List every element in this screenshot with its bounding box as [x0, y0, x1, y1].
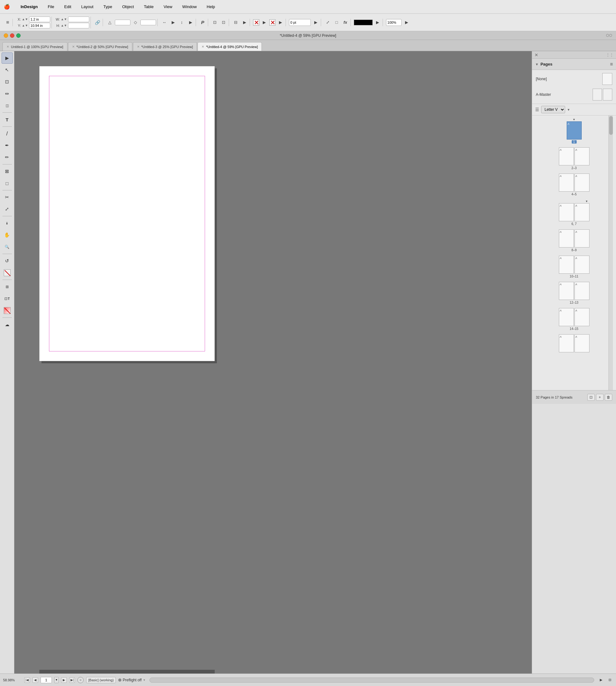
tab-untitled2[interactable]: ✕ *Untitled-2 @ 50% [GPU Preview]: [68, 42, 132, 51]
page-thumb-10[interactable]: A: [559, 256, 574, 274]
menu-help[interactable]: Help: [205, 4, 217, 10]
menu-table[interactable]: Table: [142, 4, 155, 10]
spread-size-select[interactable]: Letter V Letter H A4: [541, 106, 565, 113]
last-page-btn[interactable]: ▶|: [69, 677, 75, 683]
page-thumb-17[interactable]: A: [574, 334, 590, 352]
pages-grid[interactable]: ▼ A 1 A A: [532, 115, 616, 390]
canvas-area[interactable]: [14, 51, 532, 673]
spread-menu-icon[interactable]: ☰: [535, 107, 539, 112]
fx-icon[interactable]: fx: [342, 19, 349, 26]
stroke-weight-input[interactable]: [289, 19, 311, 26]
page-thumb-3[interactable]: A: [574, 147, 590, 165]
angle-input[interactable]: [115, 20, 130, 25]
page-thumb-4[interactable]: A: [559, 174, 574, 192]
menu-type[interactable]: Type: [102, 4, 114, 10]
page-thumb-7[interactable]: A: [574, 203, 590, 221]
zoom-tool-btn[interactable]: 🔍: [2, 241, 13, 252]
master-thumb-right[interactable]: [603, 89, 612, 101]
extra-tool-btn[interactable]: [2, 305, 13, 316]
panel-collapse-icon[interactable]: ▼: [535, 62, 538, 66]
menu-edit[interactable]: Edit: [62, 4, 73, 10]
page-thumb-11[interactable]: A: [574, 256, 590, 274]
grid-icon[interactable]: ⊞: [4, 19, 11, 26]
menu-layout[interactable]: Layout: [79, 4, 95, 10]
page-thumb-14[interactable]: A: [559, 308, 574, 326]
arrow-right2-icon[interactable]: ▶: [187, 19, 194, 26]
panel-toggle-right2[interactable]: ⊟: [607, 677, 613, 683]
select-tool-btn[interactable]: ▶: [2, 52, 13, 64]
tab-close-untitled4[interactable]: ✕: [202, 45, 204, 48]
panel-toggle-right[interactable]: ▶: [598, 677, 604, 683]
panel-drag-icon[interactable]: ✕: [534, 52, 538, 58]
distribute-icon[interactable]: ⊟: [232, 19, 240, 26]
delete-page-button[interactable]: 🗑: [605, 394, 612, 401]
align-left-icon[interactable]: ⊡: [211, 19, 219, 26]
rotate-angle-icon[interactable]: △: [106, 19, 114, 26]
cloud-tool-btn[interactable]: ☁: [2, 319, 13, 330]
page-thumb-13[interactable]: A: [574, 282, 590, 300]
page-thumb-8[interactable]: A: [559, 229, 574, 247]
color-swatch[interactable]: [354, 20, 373, 25]
rect-tool-btn[interactable]: □: [2, 178, 13, 189]
type-tool-btn[interactable]: T: [2, 114, 13, 125]
next-page-btn[interactable]: ▶: [61, 677, 67, 683]
menu-view[interactable]: View: [162, 4, 174, 10]
swatch-arrow-icon[interactable]: ▶: [374, 19, 381, 26]
zoom-button[interactable]: [16, 34, 21, 38]
arrow-down-icon[interactable]: ▶: [241, 19, 248, 26]
page-thumb-6[interactable]: A: [559, 203, 574, 221]
p-button[interactable]: P: [199, 19, 206, 26]
hand-tool-btn[interactable]: ✋: [2, 229, 13, 241]
align-center-icon[interactable]: ⊡: [220, 19, 227, 26]
page-thumb-2[interactable]: A: [559, 147, 574, 165]
y-input[interactable]: [29, 23, 50, 28]
menu-indesign[interactable]: InDesign: [19, 4, 40, 10]
apple-menu[interactable]: 🍎: [4, 4, 10, 10]
horizontal-scrollbar[interactable]: [150, 678, 594, 683]
pages-scrollbar[interactable]: [609, 115, 613, 390]
free-transform-tool-btn[interactable]: ⤢: [2, 203, 13, 215]
style-indicator[interactable]: [Basic] (working): [86, 677, 116, 683]
frame-grid-btn[interactable]: ⊞: [2, 281, 13, 292]
gap-tool-btn[interactable]: ⇔: [2, 88, 13, 99]
edit-pages-icon[interactable]: ⊡: [587, 394, 595, 401]
content-collector-btn[interactable]: ◫: [2, 100, 13, 111]
constrain-proportions-icon[interactable]: 🔗: [94, 19, 102, 26]
opacity-arrow-icon[interactable]: ▶: [403, 19, 410, 26]
line-tool-btn[interactable]: /: [2, 128, 13, 139]
pen-tool-btn[interactable]: ✒: [2, 140, 13, 151]
fullscreen-icon[interactable]: ⤢: [324, 19, 332, 26]
stroke-weight-arrow-icon[interactable]: ▶: [312, 19, 320, 26]
shear-input[interactable]: [140, 20, 156, 25]
page-thumb-16[interactable]: A: [559, 334, 574, 352]
menu-file[interactable]: File: [46, 4, 56, 10]
menu-object[interactable]: Object: [120, 4, 136, 10]
h-input[interactable]: [68, 23, 89, 28]
pencil-tool-btn[interactable]: ✏: [2, 152, 13, 163]
tab-untitled3[interactable]: ✕ *Untitled-3 @ 25% [GPU Preview]: [133, 42, 197, 51]
opacity-input[interactable]: [386, 19, 402, 26]
tab-close-untitled2[interactable]: ✕: [72, 45, 74, 48]
panel-menu-button[interactable]: ≡: [610, 62, 613, 67]
scroll-thumb[interactable]: [609, 116, 613, 135]
tab-untitled1[interactable]: ✕ Untitled-1 @ 100% [GPU Preview]: [2, 42, 67, 51]
stroke-color-icon[interactable]: [269, 19, 276, 26]
scissors-tool-btn[interactable]: ✂: [2, 192, 13, 203]
tab-close-untitled1[interactable]: ✕: [6, 45, 9, 48]
shear-icon[interactable]: ◇: [132, 19, 139, 26]
page-thumb-5[interactable]: A: [574, 174, 590, 192]
w-input[interactable]: [68, 17, 89, 22]
page-white[interactable]: [39, 66, 215, 361]
preflight-status[interactable]: Preflight off ▼: [118, 678, 146, 682]
current-page-input[interactable]: [41, 677, 52, 683]
page-thumb-15[interactable]: A: [574, 308, 590, 326]
note-tool-btn[interactable]: ⊡T: [2, 293, 13, 304]
tab-close-untitled3[interactable]: ✕: [137, 45, 139, 48]
tab-untitled4[interactable]: ✕ *Untitled-4 @ 59% [GPU Preview]: [198, 42, 262, 51]
add-page-button[interactable]: +: [596, 394, 603, 401]
direct-select-tool-btn[interactable]: ↖: [2, 64, 13, 75]
fill-color-icon[interactable]: [253, 19, 259, 26]
flip-horizontal-icon[interactable]: ↔: [161, 19, 168, 26]
page-thumb-9[interactable]: A: [574, 229, 590, 247]
stroke-arrow-icon[interactable]: ▶: [277, 19, 284, 26]
